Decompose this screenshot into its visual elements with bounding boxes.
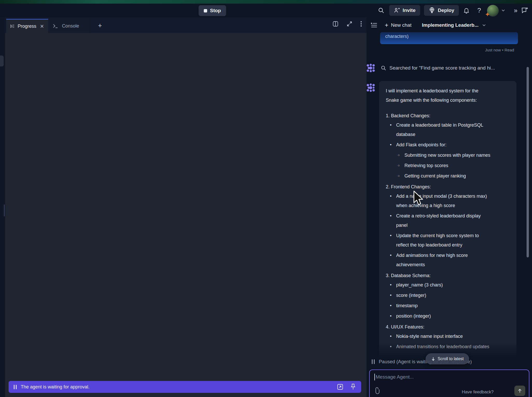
search-icon[interactable] (375, 7, 387, 14)
text-caret (374, 374, 375, 380)
message-meta: Just now • Read (485, 48, 514, 52)
split-view-icon[interactable] (332, 21, 339, 27)
terminal-icon (53, 23, 59, 29)
top-bar: Stop Invite Deploy ? ✦ (0, 4, 532, 17)
agent-avatar-icon (366, 63, 375, 73)
message-item: Update the current high score system tor… (389, 231, 510, 250)
tab-label: Console (62, 23, 79, 29)
message-item: Nokia-style name input interface (389, 332, 510, 341)
topbar-right-cluster: Invite Deploy ? ✦ » (375, 4, 532, 17)
tab-progress[interactable]: Progress ✕ (6, 19, 48, 33)
expand-pane-icon[interactable] (346, 21, 353, 27)
plus-icon: + (385, 22, 388, 28)
new-chat-label: New chat (391, 22, 411, 28)
chevron-down-icon (482, 24, 486, 26)
stop-icon (204, 9, 207, 12)
invite-button[interactable]: Invite (389, 5, 420, 16)
message-item: position (integer) (389, 311, 510, 321)
message-subitem: Submitting new scores with player names (398, 150, 510, 160)
send-button[interactable] (514, 386, 525, 396)
arrow-up-icon (517, 388, 522, 393)
message-item: Add Flask endpoints for: (389, 140, 510, 149)
open-in-pane-icon[interactable] (337, 384, 344, 390)
message-item: Create a retro-styled leaderboard displa… (389, 211, 510, 230)
agent-chat-panel: + New chat Implementing Leaderb... chara… (367, 17, 532, 397)
new-thread-icon[interactable] (517, 7, 532, 14)
close-icon[interactable]: ✕ (40, 24, 44, 29)
pane-tab-bar: Progress ✕ Console + (5, 17, 367, 33)
approval-banner[interactable]: The agent is waiting for approval. (9, 381, 361, 393)
pane-controls (332, 21, 362, 27)
sparkle-badge-icon: ✦ (485, 11, 490, 18)
agent-search-event[interactable]: Searched for "Find game score tracking a… (367, 63, 532, 73)
message-sections: 1. Backend Changes:Create a leaderboard … (386, 111, 510, 351)
stop-button[interactable]: Stop (199, 5, 226, 16)
message-input[interactable]: Message Agent... Have feedback? (369, 369, 529, 397)
kebab-menu-icon[interactable] (360, 21, 362, 27)
pause-icon (14, 385, 17, 389)
session-title: Implementing Leaderb... (422, 22, 479, 28)
message-section-title: 2. Frontend Changes: (386, 182, 510, 191)
message-item: score (integer) (389, 291, 510, 300)
message-section-title: 3. Database Schema: (386, 271, 510, 280)
sidebar-resize-handle[interactable] (4, 204, 5, 216)
desktop-wallpaper-strip (0, 0, 532, 4)
chat-header: + New chat Implementing Leaderb... (367, 17, 532, 33)
scroll-to-latest-button[interactable]: Scroll to latest (426, 353, 469, 364)
help-icon[interactable]: ? (474, 7, 484, 14)
message-section-title: 4. UI/UX Features: (386, 322, 510, 332)
pin-icon[interactable] (350, 384, 356, 390)
message-subitem: Retrieving top scores (398, 161, 510, 170)
collapse-panel-icon[interactable]: » (514, 7, 517, 14)
search-event-text: Searched for "Find game score tracking a… (389, 65, 495, 71)
pause-icon (372, 359, 375, 364)
message-intro-line: I will implement a leaderboard system fo… (386, 86, 510, 95)
attachment-paperclip-icon[interactable] (374, 387, 380, 394)
progress-pane-body: The agent is waiting for approval. (5, 33, 367, 397)
replit-workspace-window: Stop Invite Deploy ? ✦ (0, 0, 532, 397)
agent-avatar-icon (366, 83, 375, 92)
deploy-button[interactable]: Deploy (424, 5, 459, 16)
progress-icon (10, 23, 15, 29)
message-item: Add a name input modal (3 characters max… (389, 191, 510, 210)
deploy-label: Deploy (438, 8, 454, 13)
message-item: timestamp (389, 301, 510, 310)
input-toolbar: Have feedback? (370, 385, 529, 397)
new-chat-button[interactable]: + New chat (383, 22, 413, 29)
new-tab-button[interactable]: + (96, 22, 103, 29)
collapsed-sidebar-strip (0, 17, 5, 397)
notifications-bell-icon[interactable] (459, 7, 474, 14)
message-section-title: 1. Backend Changes: (386, 111, 510, 120)
arrow-down-icon (431, 357, 435, 361)
search-icon (381, 65, 386, 71)
tab-label: Progress (18, 24, 36, 29)
chat-scrollbar-thumb[interactable] (527, 67, 529, 257)
stop-label: Stop (210, 8, 221, 13)
message-item: Add animations for new high scoreachieve… (389, 251, 510, 269)
input-text-line: Message Agent... (374, 374, 414, 380)
workspace-panel: Progress ✕ Console + (5, 17, 367, 397)
account-menu[interactable]: ✦ (487, 5, 498, 16)
input-placeholder: Message Agent... (376, 374, 414, 380)
sidebar-expand-handle[interactable] (0, 56, 4, 66)
invite-label: Invite (403, 8, 416, 13)
message-item: Animated transitions for leaderboard upd… (389, 342, 510, 351)
chevron-down-icon[interactable] (501, 9, 505, 12)
tab-console[interactable]: Console (48, 19, 89, 33)
deploy-icon (429, 7, 435, 14)
have-feedback-link[interactable]: Have feedback? (460, 389, 495, 395)
approval-banner-text: The agent is waiting for approval. (21, 384, 89, 390)
message-intro-line: Snake game with the following components… (386, 95, 510, 105)
agent-message-card: I will implement a leaderboard system fo… (379, 81, 516, 359)
person-plus-icon (394, 7, 400, 13)
chat-history-icon[interactable] (371, 22, 377, 28)
message-item: player_name (3 chars) (389, 280, 510, 290)
message-subitem: Getting current player ranking (398, 171, 510, 181)
scroll-to-latest-label: Scroll to latest (438, 357, 464, 361)
message-intro: I will implement a leaderboard system fo… (386, 86, 510, 105)
user-message-bubble: characters) (380, 32, 518, 44)
session-dropdown[interactable]: Implementing Leaderb... (420, 22, 487, 28)
message-item: Create a leaderboard table in PostgreSQL… (389, 120, 510, 139)
user-message-text: characters) (385, 34, 409, 39)
